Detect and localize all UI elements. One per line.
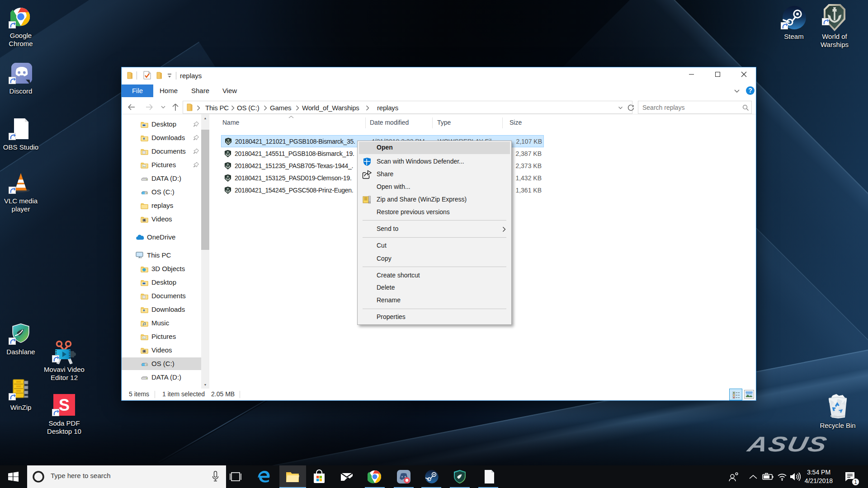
- svg-text:S: S: [59, 396, 70, 414]
